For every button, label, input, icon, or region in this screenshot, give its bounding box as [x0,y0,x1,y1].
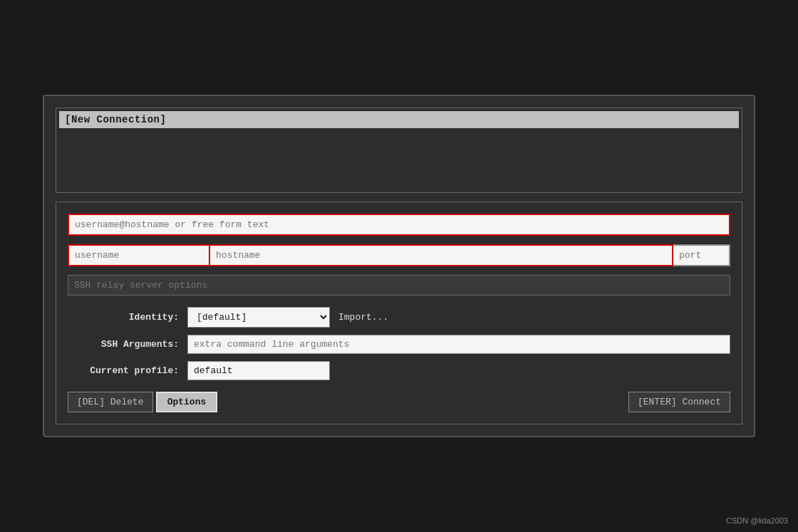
ssh-args-input[interactable] [187,335,730,354]
main-window: [New Connection] Identity: [default] Im [43,95,755,437]
connect-button[interactable]: [ENTER] Connect [628,392,730,412]
bottom-bar: [DEL] Delete Options [ENTER] Connect [68,392,730,412]
identity-row: [default] Import... [187,307,730,328]
delete-button[interactable]: [DEL] Delete [68,392,153,412]
watermark: CSDN @lida2003 [726,516,788,525]
hostname-input[interactable] [210,244,673,266]
relay-input[interactable] [68,275,730,296]
ssh-args-label: SSH Arguments: [68,339,182,350]
connection-list-panel: [New Connection] [56,108,742,193]
import-button[interactable]: Import... [336,308,391,326]
profile-label: Current profile: [68,365,182,376]
options-button[interactable]: Options [156,392,218,412]
connection-list-item[interactable]: [New Connection] [59,111,739,128]
free-form-row [68,214,730,236]
port-input[interactable] [673,244,730,266]
form-panel: Identity: [default] Import... SSH Argume… [56,202,742,424]
left-buttons: [DEL] Delete Options [68,392,217,412]
identity-select[interactable]: [default] [187,307,330,328]
username-input[interactable] [68,244,210,266]
options-grid: Identity: [default] Import... SSH Argume… [68,307,730,380]
free-form-input[interactable] [68,214,730,236]
credentials-row [68,244,730,266]
profile-input[interactable] [187,361,330,380]
identity-label: Identity: [68,312,182,323]
relay-row [68,275,730,296]
